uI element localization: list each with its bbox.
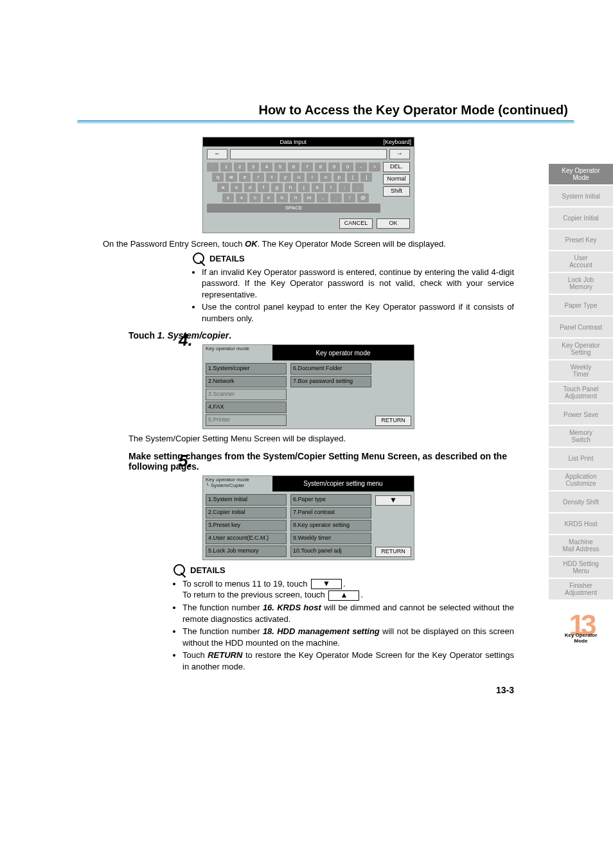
sidebar-item[interactable]: System Initial [549, 186, 613, 208]
sidebar-item[interactable]: Power Save [549, 404, 613, 426]
kbd-key[interactable]: u [293, 173, 305, 182]
kbd-key[interactable]: j [298, 183, 310, 192]
menu1-item[interactable]: 7.Box password setting [290, 376, 371, 387]
sidebar-item[interactable]: Touch PanelAdjustment [549, 382, 613, 404]
menu2-item[interactable]: 10.Touch panel adj [290, 545, 371, 557]
kbd-key[interactable]: , [317, 193, 328, 202]
sidebar-item[interactable]: Preset Key [549, 229, 613, 251]
sidebar-item[interactable]: WeeklyTimer [549, 360, 613, 382]
kbd-key[interactable]: = [369, 163, 380, 172]
menu2-item[interactable]: 7.Panel contrast [290, 507, 371, 518]
kbd-key[interactable]: n [290, 193, 301, 202]
kbd-cancel-button[interactable]: CANCEL [339, 218, 373, 229]
kbd-title: Data Input [203, 139, 383, 145]
menu2-return-button[interactable]: RETURN [375, 547, 411, 557]
kbd-key[interactable]: c [249, 193, 261, 202]
sidebar-item[interactable]: FinisherAdjustment [549, 579, 613, 601]
sidebar-item[interactable]: UserAccount [549, 251, 613, 273]
menu2-item[interactable]: 3.Preset key [206, 520, 287, 531]
menu2-item[interactable]: 9.Weekly timer [290, 533, 371, 544]
kbd-key[interactable]: 5 [274, 163, 286, 172]
kbd-key[interactable]: w [226, 173, 237, 182]
sidebar: Key OperatorModeSystem InitialCopier Ini… [549, 164, 613, 644]
kbd-key[interactable]: p [333, 173, 345, 182]
menu2-item[interactable]: 8.Key operator setting [290, 520, 371, 531]
kbd-key[interactable]: [ [347, 173, 359, 182]
kbd-key[interactable]: : [352, 183, 364, 192]
sidebar-item[interactable]: ApplicationCustomize [549, 470, 613, 492]
kbd-key[interactable]: o [320, 173, 332, 182]
kbd-key[interactable]: @ [357, 193, 369, 202]
kbd-key[interactable]: 2 [234, 163, 245, 172]
sidebar-item[interactable]: HDD SettingMenu [549, 557, 613, 579]
page-number: 13-3 [103, 685, 514, 695]
sidebar-item[interactable]: Key OperatorMode [549, 164, 613, 186]
sidebar-item[interactable]: Lock JobMemory [549, 273, 613, 295]
sidebar-item[interactable]: Paper Type [549, 295, 613, 317]
kbd-key[interactable]: b [276, 193, 288, 202]
kbd-arrow-left[interactable]: ← [207, 149, 227, 159]
kbd-text-field[interactable] [230, 149, 387, 159]
menu1-item[interactable]: 4.FAX [206, 402, 287, 413]
kbd-key[interactable]: t [266, 173, 278, 182]
kbd-key[interactable]: 4 [261, 163, 272, 172]
kbd-key[interactable]: r [253, 173, 264, 182]
kbd-key[interactable]: y [280, 173, 291, 182]
kbd-key[interactable]: 1 [220, 163, 232, 172]
kbd-key[interactable]: ` [207, 163, 218, 172]
sidebar-item[interactable]: List Print [549, 448, 613, 470]
kbd-key[interactable]: i [306, 173, 318, 182]
sidebar-item[interactable]: Copier Initial [549, 208, 613, 229]
inline-scroll-down-icon: ▼ [311, 579, 342, 589]
kbd-key[interactable]: / [344, 193, 355, 202]
sidebar-item[interactable]: KRDS Host [549, 513, 613, 535]
kbd-normal-button[interactable]: Normal [383, 174, 410, 184]
kbd-key[interactable]: . [330, 193, 342, 202]
kbd-key[interactable]: l [325, 183, 337, 192]
kbd-key[interactable]: 8 [315, 163, 326, 172]
kbd-ok-button[interactable]: OK [377, 218, 410, 229]
menu2-item[interactable]: 6.Paper type [290, 494, 371, 506]
menu2-item[interactable]: 2.Copier Initial [206, 507, 287, 518]
sidebar-item[interactable]: Key OperatorSetting [549, 339, 613, 360]
kbd-space[interactable]: SPACE [207, 204, 380, 213]
header-bar [77, 120, 574, 124]
menu1-item[interactable]: 2.Network [206, 376, 287, 387]
menu1-item[interactable]: 6.Document Folder [290, 363, 371, 375]
kbd-key[interactable]: a [217, 183, 229, 192]
menu1-item[interactable]: 1.System/copier [206, 363, 287, 375]
kbd-key[interactable]: e [239, 173, 251, 182]
kbd-key[interactable]: x [236, 193, 247, 202]
kbd-key[interactable]: g [271, 183, 283, 192]
kbd-key[interactable]: q [212, 173, 224, 182]
sidebar-item[interactable]: MachineMail Address [549, 535, 613, 557]
kbd-key[interactable]: h [285, 183, 296, 192]
kbd-key[interactable]: 0 [342, 163, 353, 172]
kbd-key[interactable]: ] [360, 173, 372, 182]
sidebar-item[interactable]: Density Shift [549, 492, 613, 513]
menu2-item[interactable]: 4.User account(E.C.M.) [206, 533, 287, 544]
kbd-key[interactable]: - [355, 163, 367, 172]
menu1-return-button[interactable]: RETURN [375, 416, 411, 426]
kbd-shift-button[interactable]: Shift [383, 186, 410, 197]
kbd-key[interactable]: 6 [288, 163, 299, 172]
kbd-key[interactable]: m [303, 193, 315, 202]
kbd-key[interactable]: 3 [247, 163, 259, 172]
details-list-1: If an invalid Key Operator password is e… [193, 267, 514, 324]
sidebar-item[interactable]: Panel Contrast [549, 317, 613, 339]
kbd-key[interactable]: s [231, 183, 242, 192]
kbd-key[interactable]: 7 [301, 163, 313, 172]
menu2-scroll-down[interactable]: ▼ [375, 495, 411, 506]
kbd-key[interactable]: 9 [328, 163, 340, 172]
menu2-item[interactable]: 1.System Initial [206, 494, 287, 506]
menu2-item[interactable]: 5.Lock Job memory [206, 545, 287, 557]
kbd-del-button[interactable]: DEL. [383, 162, 410, 172]
kbd-arrow-right[interactable]: → [389, 149, 410, 159]
kbd-key[interactable]: f [258, 183, 269, 192]
kbd-key[interactable]: v [263, 193, 274, 202]
kbd-key[interactable]: k [312, 183, 323, 192]
kbd-key[interactable]: z [222, 193, 234, 202]
kbd-key[interactable]: ; [339, 183, 350, 192]
sidebar-item[interactable]: MemorySwitch [549, 426, 613, 448]
kbd-key[interactable]: d [244, 183, 256, 192]
